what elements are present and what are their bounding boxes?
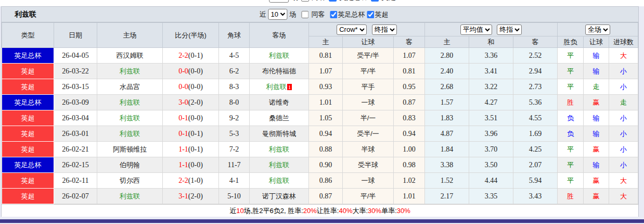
epl-label[interactable]: 英超 xyxy=(375,10,388,19)
avg-home-cell: 2.80 xyxy=(425,48,469,64)
near-count-select[interactable]: 10 xyxy=(268,9,287,20)
table-row: 英超26-03-15水晶宫0-0(0-0)8-3利兹联10.93平手0.952.… xyxy=(2,79,638,95)
odds-company-group: Crow* 终指 xyxy=(309,23,425,36)
odds-away-cell: 1.07 xyxy=(394,48,425,64)
clipped-games-label: 场 xyxy=(291,0,299,2)
avg-home-cell: 1.83 xyxy=(425,110,469,126)
corner-cell: 5-3 xyxy=(219,126,250,142)
home-team-link[interactable]: 切尔西 xyxy=(120,177,140,184)
avg-draw-cell: 4.44 xyxy=(469,173,513,189)
same-away-label[interactable]: 同客 xyxy=(311,10,325,19)
away-team-link[interactable]: 诺维奇 xyxy=(269,98,289,106)
handicap-cell: 半/一 xyxy=(343,110,394,126)
avg-home-cell: 2.68 xyxy=(425,79,469,95)
league-type-cell[interactable]: 英超 xyxy=(2,110,54,126)
result-wdl-cell: 平 xyxy=(558,48,584,64)
away-team-link[interactable]: 利兹联 xyxy=(269,177,289,184)
average-odds-group: 平均值 终指 xyxy=(425,23,558,36)
odds-away-cell: 0.81 xyxy=(394,64,425,79)
away-team-cell: 诺丁汉森林 xyxy=(250,189,309,204)
clipped-fa-cup-label: 英足总杯 xyxy=(339,0,368,2)
home-team-link[interactable]: 利兹联 xyxy=(120,67,140,75)
fa-cup-checkbox[interactable] xyxy=(330,11,337,18)
league-type-cell[interactable]: 英足总杯 xyxy=(2,95,54,110)
result-goals-cell: 小 xyxy=(609,126,638,142)
bottom-divider-bar xyxy=(0,219,644,223)
league-type-cell[interactable]: 英超 xyxy=(2,189,54,204)
summary-segment: 10 xyxy=(236,207,243,215)
away-team-link[interactable]: 曼彻斯特城 xyxy=(262,130,296,138)
home-team-cell: 伯明翰 xyxy=(97,157,163,173)
epl-checkbox[interactable] xyxy=(367,11,374,18)
home-team-cell: 利兹联 xyxy=(97,126,163,142)
league-type-cell[interactable]: 英超 xyxy=(2,126,54,142)
result-wdl-cell: 负 xyxy=(558,126,584,142)
avg-away-cell: 2.07 xyxy=(513,157,558,173)
result-goals-cell: 小 xyxy=(609,110,638,126)
league-type-cell[interactable]: 英超 xyxy=(2,64,54,79)
odds-final-select[interactable]: 终指 xyxy=(372,24,397,35)
average-final-select[interactable]: 终指 xyxy=(497,24,522,35)
score-cell: 1-1(0-0) xyxy=(163,157,219,173)
odds-company-select[interactable]: Crow* xyxy=(337,24,367,35)
result-wdl-cell: 平 xyxy=(558,79,584,95)
home-team-link[interactable]: 阿斯顿维拉 xyxy=(113,145,147,153)
league-type-cell[interactable]: 英超 xyxy=(2,173,54,189)
col-header-odds-home: 主 xyxy=(309,36,343,48)
odds-home-cell: 0.87 xyxy=(309,189,343,204)
corner-cell: 4-1 xyxy=(219,173,250,189)
fa-cup-label[interactable]: 英足总杯 xyxy=(338,10,365,19)
same-away-checkbox[interactable] xyxy=(301,11,308,18)
home-team-link[interactable]: 利兹联 xyxy=(120,130,140,138)
date-cell: 26-03-22 xyxy=(54,64,97,79)
home-team-link[interactable]: 水晶宫 xyxy=(120,83,140,91)
col-header-odds-handicap: 让球 xyxy=(343,36,394,48)
score-cell: 2-2(1-0) xyxy=(163,173,219,189)
away-team-link[interactable]: 利兹联 xyxy=(269,145,289,153)
avg-draw-cell: 3.51 xyxy=(469,110,513,126)
home-team-link[interactable]: 西汉姆联 xyxy=(117,52,144,59)
summary-segment: 40% xyxy=(339,207,352,215)
away-team-link[interactable]: 利兹联 xyxy=(269,52,289,59)
clipped-near-select: 10 xyxy=(269,0,289,3)
league-type-cell[interactable]: 英超 xyxy=(2,142,54,157)
clipped-previous-section: 近 10 场 同客 英足总杯 英超 xyxy=(0,0,644,6)
league-type-cell[interactable]: 英足总杯 xyxy=(2,48,54,64)
odds-away-cell: 1.02 xyxy=(394,173,425,189)
games-label: 场 xyxy=(289,10,296,19)
score-cell: 0-1(0-1) xyxy=(163,126,219,142)
away-team-link[interactable]: 利兹联 xyxy=(269,161,289,169)
away-team-link[interactable]: 诺丁汉森林 xyxy=(262,192,296,200)
away-team-cell: 利兹联 xyxy=(250,142,309,157)
average-select[interactable]: 平均值 xyxy=(460,24,492,35)
avg-home-cell: 3.38 xyxy=(425,157,469,173)
handicap-cell: 平手 xyxy=(343,79,394,95)
home-team-link[interactable]: 利兹联 xyxy=(120,98,140,106)
clipped-near-label: 近 xyxy=(259,0,266,2)
league-type-cell[interactable]: 英足总杯 xyxy=(2,157,54,173)
date-cell: 26-03-01 xyxy=(54,126,97,142)
date-cell: 26-03-04 xyxy=(54,110,97,126)
away-team-link[interactable]: 布伦特福德 xyxy=(262,67,296,75)
home-team-link[interactable]: 伯明翰 xyxy=(120,161,140,169)
home-team-link[interactable]: 利兹联 xyxy=(120,192,140,200)
away-team-link[interactable]: 桑德兰 xyxy=(269,114,289,122)
table-row: 英足总杯26-03-09利兹联3-0(2-0)8-0诺维奇1.01一球0.871… xyxy=(2,95,638,110)
result-handicap-cell: 输 xyxy=(584,64,609,79)
avg-away-cell: 2.94 xyxy=(513,64,558,79)
handicap-cell: 受半/一 xyxy=(343,126,394,142)
odds-away-cell: 0.83 xyxy=(394,110,425,126)
away-team-link[interactable]: 利兹联 xyxy=(266,83,287,91)
clipped-checkbox xyxy=(301,0,309,2)
table-row: 英足总杯26-02-15伯明翰1-1(0-0)11-7利兹联0.90受半球0.9… xyxy=(2,157,638,173)
home-team-cell: 利兹联 xyxy=(97,95,163,110)
table-row: 英超26-02-07利兹联3-1(2-0)5-10诺丁汉森林0.87平/半1.0… xyxy=(2,189,638,204)
col-header-result-wdl: 胜负 xyxy=(558,36,584,48)
league-type-cell[interactable]: 英超 xyxy=(2,79,54,95)
result-handicap-cell: 输 xyxy=(584,126,609,142)
col-header-score: 比分(半场) xyxy=(163,23,219,48)
home-team-link[interactable]: 利兹联 xyxy=(120,114,140,122)
table-row: 英超26-03-01利兹联0-1(0-1)5-3曼彻斯特城0.94受半/一0.9… xyxy=(2,126,638,142)
away-team-cell: 利兹联 xyxy=(250,173,309,189)
scope-select[interactable]: 全场 xyxy=(585,24,610,35)
